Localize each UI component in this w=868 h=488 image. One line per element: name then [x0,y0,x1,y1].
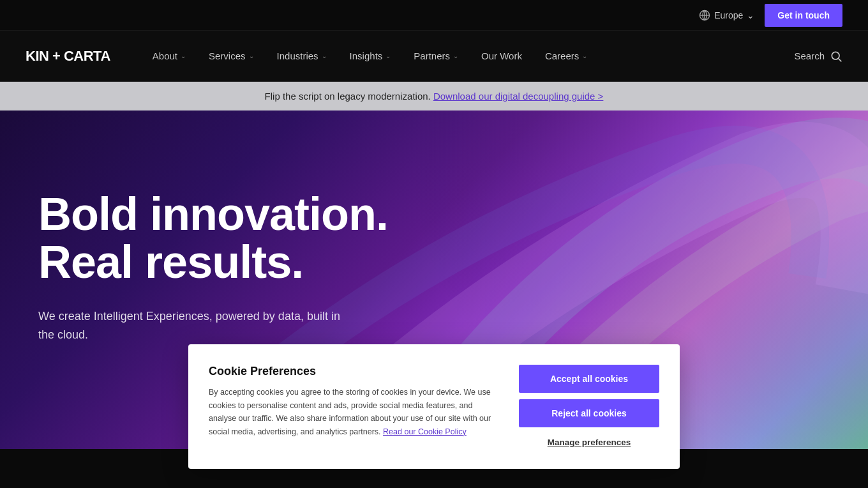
globe-icon [699,10,710,21]
chevron-down-icon: ⌄ [747,10,754,20]
cookie-text-section: Cookie Preferences By accepting cookies … [209,365,498,439]
hero-subtext: We create Intelligent Experiences, power… [38,307,357,344]
chevron-down-icon: ⌄ [322,52,327,59]
hero-content: Bold innovation. Real results. We create… [38,190,421,344]
announcement-banner: Flip the script on legacy modernization.… [0,82,868,111]
chevron-down-icon: ⌄ [249,52,254,59]
nav-item-insights[interactable]: Insights ⌄ [338,31,403,82]
chevron-down-icon: ⌄ [453,52,458,59]
nav-item-partners[interactable]: Partners ⌄ [402,31,470,82]
nav-item-careers[interactable]: Careers ⌄ [534,31,599,82]
svg-point-4 [832,52,839,59]
cookie-policy-link[interactable]: Read our Cookie Policy [383,427,467,436]
cookie-modal: Cookie Preferences By accepting cookies … [188,344,680,449]
cookie-title: Cookie Preferences [209,365,498,378]
search-label: Search [794,50,825,61]
svg-line-5 [839,58,842,61]
nav-links: About ⌄ Services ⌄ Industries ⌄ Insights… [141,31,795,82]
top-bar: Europe ⌄ Get in touch [0,0,868,31]
cookie-buttons-section: Accept all cookies Reject all cookies Ma… [519,365,659,449]
chevron-down-icon: ⌄ [385,52,391,59]
chevron-down-icon: ⌄ [582,52,587,59]
reject-cookies-button[interactable]: Reject all cookies [519,399,659,427]
banner-text: Flip the script on legacy modernization. [265,91,431,102]
nav-item-services[interactable]: Services ⌄ [197,31,266,82]
nav-item-about[interactable]: About ⌄ [141,31,197,82]
nav-item-our-work[interactable]: Our Work [470,31,534,82]
manage-preferences-button[interactable]: Manage preferences [519,434,659,449]
search-icon [830,50,842,63]
top-bar-actions: Europe ⌄ Get in touch [699,4,842,27]
chevron-down-icon: ⌄ [181,52,186,59]
region-selector[interactable]: Europe ⌄ [699,10,754,21]
hero-headline: Bold innovation. Real results. [38,190,421,287]
cookie-body: By accepting cookies you agree to the st… [209,386,498,439]
get-in-touch-button[interactable]: Get in touch [765,4,842,27]
nav-item-industries[interactable]: Industries ⌄ [266,31,338,82]
banner-link[interactable]: Download our digital decoupling guide > [433,91,603,102]
accept-cookies-button[interactable]: Accept all cookies [519,365,659,393]
search-button[interactable]: Search [794,50,842,63]
main-navigation: KIN + CARTA About ⌄ Services ⌄ Industrie… [0,31,868,82]
site-logo[interactable]: KIN + CARTA [26,48,110,65]
region-label: Europe [714,10,743,20]
